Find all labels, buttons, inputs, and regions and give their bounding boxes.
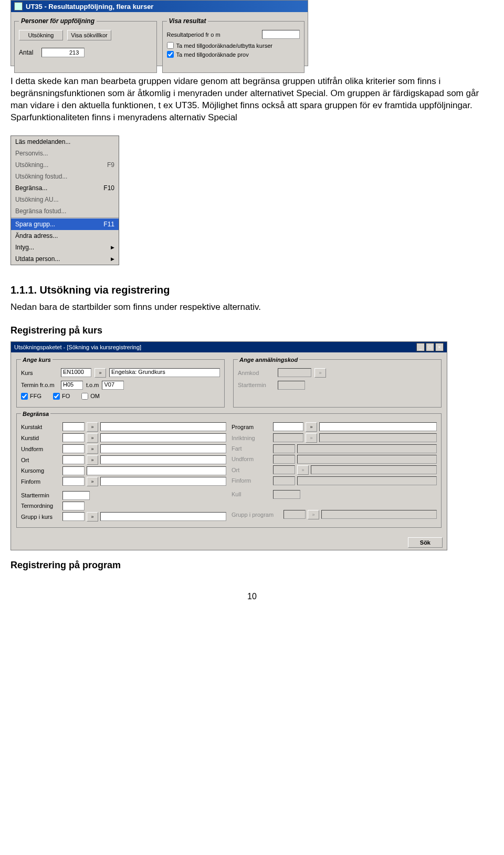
menu-separator — [11, 217, 119, 218]
inriktning-display — [319, 433, 437, 442]
gruppiprogram-display — [321, 510, 437, 519]
termordning-input[interactable] — [62, 502, 85, 510]
finform-label: Finform — [21, 478, 60, 485]
visa-resultat-fieldset: Visa resultat Resultatperiod fr o m Ta m… — [162, 17, 305, 73]
personer-fieldset: Personer för uppföljning Utsökning Visa … — [14, 17, 157, 73]
inriktning-input — [273, 433, 303, 442]
kurstakt-label: Kurstakt — [21, 424, 60, 430]
ort2-label: Ort — [232, 467, 271, 473]
paragraph-1: I detta skede kan man bearbeta gruppen v… — [10, 76, 494, 124]
om-checkbox[interactable]: OM — [81, 393, 100, 400]
menu-item: Utsökning...F9 — [11, 159, 119, 171]
ffg-checkbox[interactable]: FFG — [21, 393, 41, 400]
menu-item: Utsökning fostud... — [11, 171, 119, 182]
anmkod-input — [278, 368, 311, 377]
menu-item: Begränsa fostud... — [11, 205, 119, 217]
kursomg-input[interactable] — [62, 466, 85, 475]
undform2-label: Undform — [232, 456, 271, 462]
lookup-button[interactable]: » — [87, 477, 98, 486]
finform-input[interactable] — [62, 477, 85, 486]
lookup-button[interactable]: » — [306, 422, 317, 432]
lookup-button[interactable]: » — [87, 444, 98, 454]
minimize-icon[interactable]: _ — [416, 343, 425, 351]
menu-item: Utsökning AU... — [11, 194, 119, 205]
ort-display — [100, 455, 226, 464]
termin-tom-input[interactable]: V07 — [102, 381, 124, 390]
utsokningspaketet-panel: Utsökningspaketet - [Sökning via kursreg… — [10, 341, 447, 550]
program-display — [319, 422, 437, 431]
menu-item[interactable]: Begränsa...F10 — [11, 182, 119, 194]
undform2-display — [297, 455, 437, 464]
menu-item-spara-grupp[interactable]: Spara grupp...F11 — [11, 218, 119, 230]
visa-sokvillkor-button[interactable]: Visa sökvillkor — [67, 30, 111, 40]
menu-item[interactable]: Läs meddelanden... — [11, 136, 119, 148]
starttermin2-input[interactable] — [62, 491, 90, 500]
tillgodo-kurser-checkbox[interactable] — [167, 42, 174, 49]
finform-display — [100, 477, 226, 486]
kurs-lookup-button[interactable]: » — [94, 368, 106, 378]
lookup-button[interactable]: » — [87, 422, 98, 432]
tillgodo-kurser-label: Ta med tillgodoräknade/utbytta kurser — [176, 43, 272, 49]
undform-input[interactable] — [62, 444, 85, 453]
lookup-button: » — [297, 465, 309, 475]
kurs-name-display: Engelska: Grundkurs — [109, 368, 220, 377]
kurstakt-input[interactable] — [62, 422, 85, 431]
starttermin-label: Starttermin — [238, 382, 275, 388]
sok-button[interactable]: Sök — [408, 537, 443, 548]
menu-item: Personvis... — [11, 148, 119, 159]
kull-label: Kull — [232, 491, 271, 497]
ort2-display — [311, 465, 437, 474]
heading-regprog: Registrering på program — [10, 560, 494, 571]
finform2-label: Finform — [232, 477, 271, 484]
undform-label: Undform — [21, 446, 60, 452]
kurstid-input[interactable] — [62, 433, 85, 442]
close-icon[interactable]: × — [435, 343, 444, 351]
kurstakt-display — [100, 422, 226, 431]
ort-label: Ort — [21, 457, 60, 463]
gruppikurs-label: Grupp i kurs — [21, 514, 60, 520]
menu-item[interactable]: Intyg...▶ — [11, 242, 119, 253]
lookup-button[interactable]: » — [87, 512, 98, 522]
ange-kurs-fieldset: Ange kurs Kurs EN1000 » Engelska: Grundk… — [16, 357, 225, 408]
termordning-label: Termordning — [21, 503, 60, 509]
tillgodo-prov-label: Ta med tillgodoräknade prov — [176, 51, 249, 58]
gruppiprogram-input — [284, 510, 306, 519]
starttermin-input — [278, 381, 305, 390]
termin-from-input[interactable]: H05 — [61, 381, 83, 390]
program-input[interactable] — [273, 422, 303, 431]
fart-label: Fart — [232, 445, 271, 452]
personer-legend: Personer för uppföljning — [19, 17, 97, 25]
special-menu: Läs meddelanden... Personvis... Utsöknin… — [10, 135, 119, 265]
visa-resultat-legend: Visa resultat — [167, 17, 208, 25]
anmkod-lookup-button: » — [314, 368, 326, 378]
finform2-input — [273, 476, 295, 485]
maximize-icon[interactable]: □ — [426, 343, 434, 351]
starttermin2-label: Starttermin — [21, 492, 60, 498]
fo-checkbox[interactable]: FO — [53, 393, 70, 400]
resultatperiod-input[interactable] — [262, 30, 300, 39]
ange-anm-legend: Ange anmälningskod — [238, 357, 299, 363]
kursomg-label: Kursomg — [21, 467, 60, 474]
lookup-button[interactable]: » — [87, 433, 98, 443]
ut35-titlebar: UT35 - Resultatuppföljning, flera kurser — [11, 1, 308, 12]
menu-item[interactable]: Utdata person...▶ — [11, 253, 119, 265]
kurstid-label: Kurstid — [21, 435, 60, 441]
begransa-fieldset: Begränsa Kurstakt» Kurstid» Undform» Ort… — [16, 411, 442, 528]
utsokning-button[interactable]: Utsökning — [19, 30, 63, 40]
menu-item[interactable]: Ändra adress... — [11, 230, 119, 242]
fart-input — [273, 444, 295, 453]
gruppiprogram-label: Grupp i program — [232, 512, 281, 518]
termin-tom-label: t.o.m — [86, 382, 99, 388]
lookup-button[interactable]: » — [87, 455, 98, 465]
inriktning-label: Inriktning — [232, 435, 271, 441]
tillgodo-prov-checkbox[interactable] — [167, 51, 174, 58]
ort-input[interactable] — [62, 455, 85, 464]
kurs-code-input[interactable]: EN1000 — [61, 368, 91, 377]
uts-title-text: Utsökningspaketet - [Sökning via kursreg… — [14, 344, 141, 350]
kull-input — [273, 490, 300, 499]
gruppikurs-input[interactable] — [62, 512, 85, 521]
window-title: UT35 - Resultatuppföljning, flera kurser — [26, 3, 153, 11]
ange-kurs-legend: Ange kurs — [21, 357, 52, 363]
antal-label: Antal — [19, 49, 33, 56]
fart-display — [297, 444, 437, 453]
